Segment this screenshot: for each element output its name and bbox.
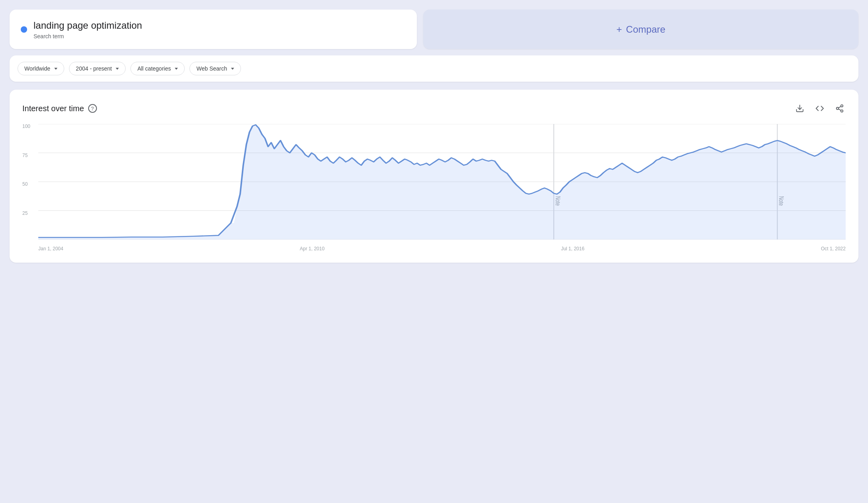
x-axis-labels: Jan 1, 2004 Apr 1, 2010 Jul 1, 2016 Oct … xyxy=(38,246,846,252)
chart-actions xyxy=(794,102,846,114)
y-label-50: 50 xyxy=(22,182,30,187)
x-label-2016: Jul 1, 2016 xyxy=(561,246,584,252)
chart-title-group: Interest over time ? xyxy=(22,104,97,113)
x-label-2022: Oct 1, 2022 xyxy=(821,246,846,252)
x-label-2004: Jan 1, 2004 xyxy=(38,246,63,252)
chevron-down-icon xyxy=(175,68,178,70)
y-label-75: 75 xyxy=(22,153,30,158)
chevron-down-icon xyxy=(231,68,234,70)
help-icon[interactable]: ? xyxy=(88,104,97,113)
download-button[interactable] xyxy=(794,102,806,114)
filter-location[interactable]: Worldwide xyxy=(18,62,64,75)
chart-header: Interest over time ? xyxy=(22,102,846,114)
search-term-dot xyxy=(21,26,27,33)
search-term-title: landing page optimization xyxy=(34,19,142,31)
chart-title-text: Interest over time xyxy=(22,104,84,113)
search-term-text: landing page optimization Search term xyxy=(34,19,142,39)
share-button[interactable] xyxy=(834,102,846,114)
interest-over-time-card: Interest over time ? xyxy=(10,90,858,263)
chevron-down-icon xyxy=(54,68,57,70)
chevron-down-icon xyxy=(116,68,119,70)
y-label-100: 100 xyxy=(22,124,30,129)
chart-area: 100 75 50 25 Note Note xyxy=(22,124,846,252)
svg-marker-15 xyxy=(38,125,846,240)
chart-svg: Note Note xyxy=(38,124,846,240)
compare-card[interactable]: + Compare xyxy=(423,10,858,49)
filter-search-type[interactable]: Web Search xyxy=(189,62,241,75)
filter-period[interactable]: 2004 - present xyxy=(69,62,126,75)
compare-label: + Compare xyxy=(616,24,665,35)
search-term-subtitle: Search term xyxy=(34,33,142,39)
svg-line-5 xyxy=(838,106,841,108)
y-label-25: 25 xyxy=(22,211,30,216)
search-term-card: landing page optimization Search term xyxy=(10,10,417,49)
embed-button[interactable] xyxy=(814,102,826,114)
compare-plus-icon: + xyxy=(616,24,622,35)
x-label-2010: Apr 1, 2010 xyxy=(300,246,325,252)
filters-bar: Worldwide 2004 - present All categories … xyxy=(10,55,858,82)
y-axis-labels: 100 75 50 25 xyxy=(22,124,30,240)
svg-line-4 xyxy=(838,109,841,111)
filter-category[interactable]: All categories xyxy=(130,62,185,75)
